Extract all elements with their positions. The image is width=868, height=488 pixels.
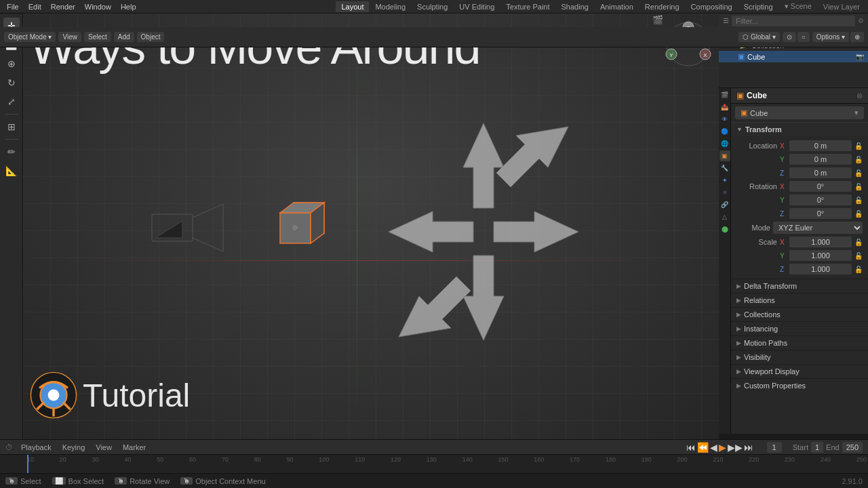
add-menu-button[interactable]: Add [114,32,134,42]
workspace-shading[interactable]: Shading [556,1,594,12]
prop-tab-object[interactable]: ▣ [719,150,730,161]
viewport-3d[interactable]: Ways to Move Around Tutorial [23,14,719,439]
delta-transform-header[interactable]: ▶ Delta Transform [731,279,868,293]
view-menu-button[interactable]: View [58,32,81,42]
rotation-mode-select[interactable]: XYZ Euler [773,222,863,234]
workspace-animation[interactable]: Animation [595,1,639,12]
keying-menu[interactable]: Keying [60,443,88,452]
object-menu-button[interactable]: Object [137,32,165,42]
workspace-compositing[interactable]: Compositing [686,1,738,12]
timeline-icon[interactable]: ⏱ [5,443,13,451]
options-button[interactable]: Options ▾ [812,32,849,42]
workspace-viewlayer[interactable]: View Layer [818,1,865,12]
workspace-scene[interactable]: ▾ Scene [779,1,817,12]
location-y-lock-icon[interactable]: 🔓 [854,156,863,163]
select-menu-button[interactable]: Select [84,32,111,42]
outliner-cube-item[interactable]: ▣ Cube 📷 [719,51,868,62]
motion-paths-header[interactable]: ▶ Motion Paths [731,336,868,350]
view-menu[interactable]: View [93,443,115,452]
collections-header[interactable]: ▶ Collections [731,308,868,321]
step-prev-button[interactable]: ◀ [710,442,717,453]
prop-tab-data[interactable]: △ [719,211,730,222]
outliner-search-input[interactable] [732,16,855,26]
prop-tab-modifiers[interactable]: 🔧 [719,163,730,174]
start-frame-input[interactable]: 1 [811,442,823,453]
visibility-header[interactable]: ▶ Visibility [731,350,868,364]
play-button[interactable]: ▶ [719,442,726,453]
measure-tool[interactable]: 📐 [3,163,20,179]
end-frame-input[interactable]: 250 [842,442,863,453]
prop-tab-physics[interactable]: ⚛ [719,187,730,198]
prop-tab-view[interactable]: 👁 [719,114,730,125]
frame-30: 30 [92,456,99,463]
workspace-sculpting[interactable]: Sculpting [412,1,453,12]
playback-menu[interactable]: Playback [18,443,54,452]
scale-y-value[interactable]: 1.000 [789,250,852,261]
location-x-lock-icon[interactable]: 🔓 [854,142,863,150]
prop-tab-constraints[interactable]: 🔗 [719,199,730,210]
menu-render[interactable]: Render [47,3,79,11]
location-z-value[interactable]: 0 m [789,167,852,178]
marker-menu[interactable]: Marker [120,443,149,452]
location-z-lock-icon[interactable]: 🔓 [854,169,863,177]
location-x-value[interactable]: 0 m [789,140,852,151]
scale-tool[interactable]: ⤢ [3,94,20,110]
camera-icon[interactable]: 🎬 [652,15,663,25]
workspace-modeling[interactable]: Modeling [370,1,411,12]
snap-button[interactable]: ⊙ [783,32,796,42]
current-frame-display[interactable]: 1 [767,442,782,453]
prop-tab-render[interactable]: 🎬 [719,89,730,100]
scale-x-value[interactable]: 1.000 [789,237,852,247]
menu-help[interactable]: Help [117,3,140,11]
scale-y-lock-icon[interactable]: 🔓 [854,252,863,260]
transform-tool[interactable]: ⊞ [3,119,20,135]
workspace-uv-editing[interactable]: UV Editing [454,1,500,12]
global-button[interactable]: ⬡ Global ▾ [738,32,779,42]
workspace-texture-paint[interactable]: Texture Paint [500,1,555,12]
rotation-x-value[interactable]: 0° [789,181,852,192]
viewport-display-header[interactable]: ▶ Viewport Display [731,365,868,378]
visibility-chevron-icon: ▶ [736,354,741,361]
rotation-z-value[interactable]: 0° [789,208,852,219]
jump-start-button[interactable]: ⏮ [686,442,696,453]
menu-window[interactable]: Window [81,3,115,11]
annotate-tool[interactable]: ✏ [3,144,20,160]
workspace-layout[interactable]: Layout [336,1,369,12]
rotation-y-lock-icon[interactable]: 🔓 [854,197,863,204]
rotation-y-value[interactable]: 0° [789,195,852,205]
step-next-button[interactable]: ▶▶ [728,442,743,453]
transform-section-header[interactable]: ▼ Transform [731,122,868,136]
overlays-button[interactable]: ⊕ [850,32,864,42]
prop-tab-material[interactable]: ⬤ [719,224,730,235]
cube-cam-icon[interactable]: 📷 [856,53,864,60]
menu-edit[interactable]: Edit [24,3,45,11]
instancing-header[interactable]: ▶ Instancing [731,322,868,336]
move-tool[interactable]: ⊕ [3,56,20,72]
prop-tab-scene[interactable]: 🔵 [719,126,730,137]
prop-tab-world[interactable]: 🌐 [719,138,730,149]
context-menu-key: 🖱 [180,477,193,485]
step-back-button[interactable]: ⏪ [697,442,709,453]
rotation-x-lock-icon[interactable]: 🔓 [854,183,863,190]
menu-file[interactable]: File [3,3,23,11]
frame-120: 120 [391,456,401,463]
relations-header[interactable]: ▶ Relations [731,293,868,307]
location-y-value[interactable]: 0 m [789,154,852,165]
object-data-dropdown[interactable]: ▣ Cube ▾ [735,106,864,119]
scale-x-lock-icon[interactable]: 🔓 [854,239,863,246]
workspace-scripting[interactable]: Scripting [738,1,778,12]
workspace-rendering[interactable]: Rendering [639,1,685,12]
custom-properties-header[interactable]: ▶ Custom Properties [731,379,868,392]
proportional-button[interactable]: ○ [797,32,810,42]
outliner-filter-icon[interactable]: ⚙ [858,17,864,24]
rotate-tool[interactable]: ↻ [3,75,20,91]
jump-end-button[interactable]: ⏭ [744,442,753,453]
prop-tab-output[interactable]: 📤 [719,102,730,113]
scale-z-lock-icon[interactable]: 🔓 [854,266,863,273]
prop-tab-particles[interactable]: ✦ [719,175,730,186]
scale-z-value[interactable]: 1.000 [789,264,852,274]
rotation-z-lock-icon[interactable]: 🔓 [854,210,863,218]
object-mode-button[interactable]: Object Mode ▾ [4,32,56,42]
end-label: End [826,443,840,451]
unlink-icon[interactable]: ⊗ [856,92,863,100]
